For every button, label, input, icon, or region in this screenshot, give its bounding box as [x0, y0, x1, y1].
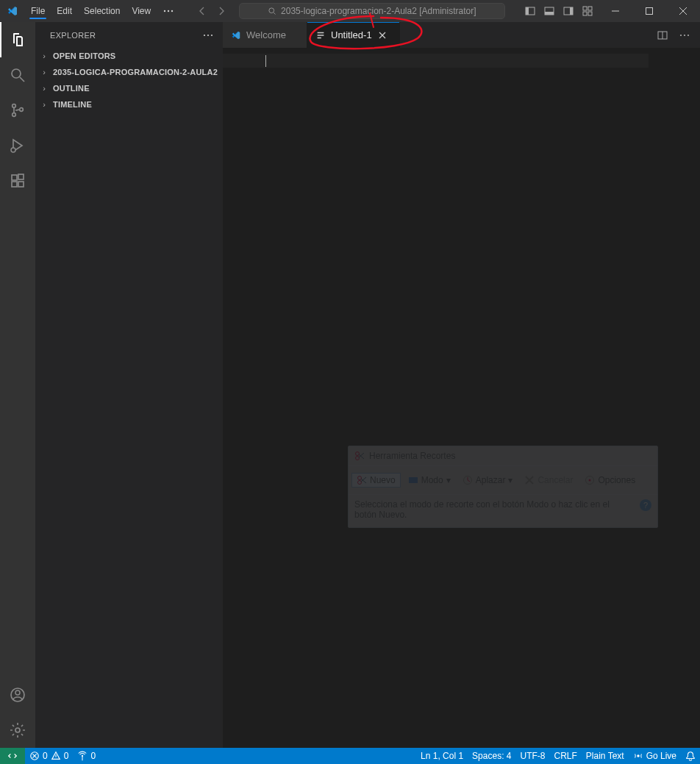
activity-accounts-icon[interactable] — [0, 677, 35, 713]
svg-point-61 — [637, 754, 640, 757]
svg-point-41 — [688, 34, 689, 35]
tab-welcome[interactable]: Welcome — [223, 22, 307, 48]
svg-line-20 — [20, 77, 24, 82]
snip-delay-button[interactable]: Aplazar ▾ — [458, 474, 518, 487]
editor-group: Welcome Untitled-1 — [223, 22, 700, 748]
svg-rect-14 — [588, 12, 592, 15]
svg-point-60 — [82, 755, 83, 757]
svg-point-34 — [211, 34, 213, 35]
status-cursor-position[interactable]: Ln 1, Col 1 — [416, 748, 468, 764]
svg-rect-11 — [583, 7, 587, 10]
help-icon[interactable]: ? — [640, 499, 651, 511]
chevron-right-icon: › — [38, 100, 50, 109]
status-encoding[interactable]: UTF-8 — [515, 748, 549, 764]
snip-mode-button[interactable]: Modo ▾ — [404, 474, 455, 487]
section-timeline[interactable]: › TIMELINE — [35, 96, 223, 113]
editor-more-icon[interactable] — [676, 27, 693, 43]
window-controls — [599, 0, 700, 22]
svg-point-46 — [358, 476, 362, 480]
status-problems[interactable]: 0 0 — [25, 748, 73, 764]
status-eol[interactable]: CRLF — [549, 748, 581, 764]
activity-run-debug-icon[interactable] — [0, 128, 35, 163]
customize-layout-icon[interactable] — [579, 3, 596, 19]
tab-close-icon[interactable] — [376, 29, 388, 41]
svg-point-1 — [168, 10, 169, 12]
layout-controls — [522, 3, 596, 19]
command-center[interactable]: 2035-logica-programacion-2-Aula2 [Admini… — [239, 3, 505, 19]
menu-overflow-icon[interactable] — [157, 5, 180, 17]
section-open-editors[interactable]: › OPEN EDITORS — [35, 48, 223, 64]
section-folder[interactable]: › 2035-LOGICA-PROGRAMACION-2-AULA2 — [35, 64, 223, 80]
svg-point-19 — [12, 69, 21, 78]
remote-indicator[interactable] — [0, 748, 25, 764]
scissors-icon — [357, 475, 367, 485]
text-file-icon — [315, 30, 326, 40]
vscode-logo-icon — [0, 5, 25, 17]
scissors-icon — [354, 451, 365, 461]
toggle-secondary-sidebar-icon[interactable] — [560, 3, 576, 19]
activity-explorer-icon[interactable] — [0, 22, 35, 57]
svg-rect-13 — [583, 12, 587, 15]
svg-rect-28 — [18, 174, 24, 179]
menu-view[interactable]: View — [126, 0, 157, 22]
rectangle-icon — [408, 475, 418, 485]
split-editor-icon[interactable] — [654, 27, 671, 43]
svg-point-32 — [204, 34, 205, 35]
tab-welcome-label: Welcome — [246, 29, 286, 40]
vscode-logo-icon — [230, 30, 242, 40]
nav-back-icon[interactable] — [193, 2, 211, 20]
titlebar: File Edit Selection View 2035-logica-pro… — [0, 0, 700, 22]
toggle-primary-sidebar-icon[interactable] — [522, 3, 538, 19]
svg-rect-16 — [646, 8, 652, 15]
toggle-panel-icon[interactable] — [541, 3, 557, 19]
minimize-button[interactable] — [599, 0, 632, 22]
command-center-text: 2035-logica-programacion-2-Aula2 [Admini… — [281, 6, 476, 16]
sidebar-more-icon[interactable] — [202, 29, 214, 41]
close-button[interactable] — [666, 0, 700, 22]
snip-new-button[interactable]: Nuevo — [351, 473, 401, 488]
section-outline[interactable]: › OUTLINE — [35, 80, 223, 96]
radio-tower-icon — [77, 751, 88, 761]
menu-selection[interactable]: Selection — [78, 0, 126, 22]
broadcast-icon — [633, 751, 643, 761]
activity-search-icon[interactable] — [0, 57, 35, 93]
menu-file-label: File — [31, 6, 45, 16]
svg-point-22 — [12, 113, 16, 117]
svg-rect-6 — [526, 7, 529, 15]
code-area[interactable] — [265, 52, 700, 748]
nav-forward-icon[interactable] — [213, 2, 230, 20]
svg-point-42 — [356, 452, 360, 456]
status-language-mode[interactable]: Plain Text — [582, 748, 629, 764]
snip-title: Herramienta Recortes — [369, 451, 455, 461]
activity-extensions-icon[interactable] — [0, 163, 35, 199]
svg-line-4 — [274, 13, 275, 14]
maximize-button[interactable] — [632, 0, 666, 22]
svg-rect-50 — [409, 477, 418, 483]
status-ports[interactable]: 0 — [73, 748, 100, 764]
annotation-underline — [29, 18, 46, 19]
nav-arrows — [193, 2, 230, 20]
snip-options-button[interactable]: Opciones — [580, 474, 640, 487]
snipping-tool-window: Herramienta Recortes Nuevo Modo ▾ Aplaza — [348, 446, 658, 528]
menu-bar: File Edit Selection View — [25, 0, 157, 22]
text-editor[interactable]: 1 Herramienta Recortes Nuevo — [223, 52, 700, 748]
menu-edit[interactable]: Edit — [51, 0, 78, 22]
activity-settings-icon[interactable] — [0, 713, 35, 748]
activity-source-control-icon[interactable] — [0, 93, 35, 128]
svg-point-55 — [589, 479, 591, 482]
status-notifications-icon[interactable] — [681, 748, 700, 764]
status-go-live[interactable]: Go Live — [629, 748, 681, 764]
svg-rect-12 — [588, 7, 592, 10]
error-icon — [29, 751, 40, 761]
tab-bar: Welcome Untitled-1 — [223, 22, 700, 48]
svg-point-23 — [20, 108, 24, 112]
snip-cancel-button[interactable]: Cancelar — [520, 474, 577, 487]
chevron-right-icon: › — [38, 51, 50, 60]
svg-point-21 — [12, 104, 16, 108]
tab-untitled[interactable]: Untitled-1 — [307, 22, 400, 48]
menu-file[interactable]: File — [25, 0, 51, 22]
tab-untitled-label: Untitled-1 — [331, 29, 372, 40]
svg-point-33 — [207, 34, 209, 35]
status-indentation[interactable]: Spaces: 4 — [468, 748, 515, 764]
svg-rect-25 — [12, 175, 17, 180]
